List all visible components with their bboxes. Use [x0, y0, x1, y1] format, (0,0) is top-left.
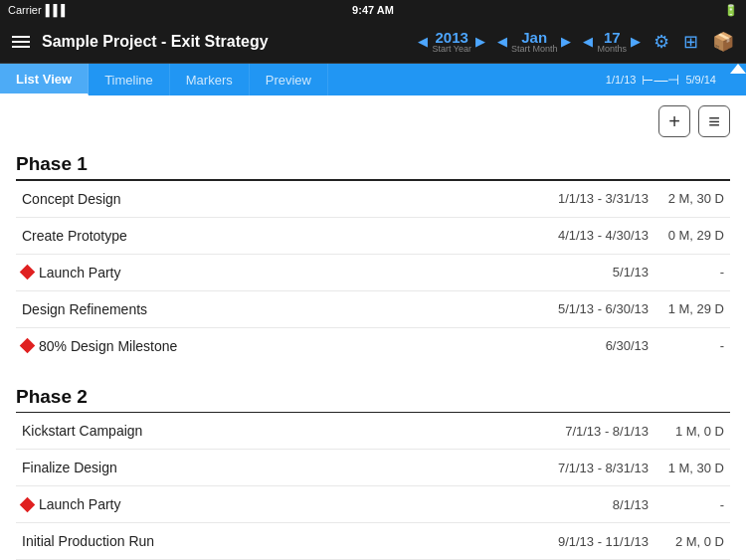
table-row[interactable]: Design Refinements 5/1/13 - 6/30/13 1 M,… — [16, 291, 730, 328]
range-icon: ⊢—⊣ — [642, 72, 679, 88]
task-name: Kickstart Campaign — [22, 423, 509, 439]
months-prev[interactable]: ◀ — [580, 32, 596, 51]
task-name: 80% Design Milestone — [22, 338, 509, 354]
start-month-label: Jan Start Month — [511, 30, 558, 54]
add-button[interactable]: + — [658, 105, 690, 137]
task-dates: 5/1/13 - 6/30/13 — [509, 301, 649, 316]
table-row[interactable]: Kickstart Campaign 7/1/13 - 8/1/13 1 M, … — [16, 413, 730, 450]
tab-list-view[interactable]: List View — [0, 64, 89, 95]
task-name: Design Refinements — [22, 301, 509, 317]
tab-preview[interactable]: Preview — [250, 64, 328, 95]
table-row[interactable]: Launch Party 5/1/13 - — [16, 255, 730, 291]
task-dates: 1/1/13 - 3/31/13 — [509, 191, 649, 206]
table-row[interactable]: Finalize Design 7/1/13 - 8/31/13 1 M, 30… — [16, 450, 730, 486]
task-name: Finalize Design — [22, 460, 509, 475]
milestone-diamond-icon — [20, 265, 36, 280]
start-year-group: ◀ 2013 Start Year ▶ — [415, 30, 488, 54]
task-duration: 1 M, 30 D — [664, 461, 724, 475]
start-year-next[interactable]: ▶ — [472, 32, 488, 51]
task-dates: 6/30/13 — [509, 338, 649, 353]
task-duration: - — [664, 338, 724, 353]
task-duration: - — [664, 497, 724, 512]
start-month-prev[interactable]: ◀ — [494, 32, 510, 51]
tab-timeline[interactable]: Timeline — [89, 64, 170, 95]
settings-icon[interactable]: ⚙ — [650, 29, 673, 55]
milestone-diamond-icon — [20, 338, 36, 354]
table-row[interactable]: Create Prototype 4/1/13 - 4/30/13 0 M, 2… — [16, 218, 730, 255]
task-dates: 4/1/13 - 4/30/13 — [509, 228, 649, 243]
list-button[interactable]: ≡ — [698, 105, 730, 137]
battery-icon: 🔋 — [724, 4, 738, 17]
dropbox-icon[interactable]: 📦 — [708, 29, 738, 55]
table-row[interactable]: Concept Design 1/1/13 - 3/31/13 2 M, 30 … — [16, 181, 730, 218]
task-dates: 9/1/13 - 11/1/13 — [509, 534, 649, 549]
task-name: Initial Production Run — [22, 533, 509, 549]
months-group: ◀ 17 Months ▶ — [580, 30, 644, 54]
task-name: Create Prototype — [22, 228, 509, 244]
hamburger-menu[interactable] — [8, 32, 34, 52]
tab-markers[interactable]: Markers — [170, 64, 250, 95]
task-dates: 7/1/13 - 8/1/13 — [509, 424, 649, 439]
task-duration: 0 M, 29 D — [664, 228, 724, 243]
start-year-prev[interactable]: ◀ — [415, 32, 431, 51]
nav-controls: ◀ 2013 Start Year ▶ ◀ Jan Start Month ▶ … — [415, 29, 738, 55]
start-year-label: 2013 Start Year — [432, 30, 471, 54]
task-duration: 2 M, 30 D — [664, 191, 724, 206]
range-start: 1/1/13 — [606, 74, 637, 86]
task-dates: 8/1/13 — [509, 497, 649, 512]
table-row[interactable]: 80% Design Milestone 6/30/13 - — [16, 328, 730, 364]
task-name: Launch Party — [22, 496, 509, 512]
nav-bar: Sample Project - Exit Strategy ◀ 2013 St… — [0, 20, 746, 64]
nav-title: Sample Project - Exit Strategy — [42, 33, 407, 51]
phase-1-title: Phase 1 — [16, 143, 730, 179]
collapse-icon[interactable] — [730, 64, 746, 74]
tab-spacer — [328, 64, 596, 95]
status-bar: Carrier ▌▌▌ 9:47 AM 🔋 — [0, 0, 746, 20]
months-label: 17 Months — [597, 30, 627, 54]
table-row[interactable]: Initial Production Run 9/1/13 - 11/1/13 … — [16, 523, 730, 560]
start-month-next[interactable]: ▶ — [558, 32, 574, 51]
task-duration: 1 M, 29 D — [664, 301, 724, 316]
status-right: 🔋 — [724, 4, 738, 17]
phase-1-section: Phase 1 Concept Design 1/1/13 - 3/31/13 … — [16, 143, 730, 364]
carrier-label: Carrier — [8, 4, 42, 16]
tab-bar: List View Timeline Markers Preview 1/1/1… — [0, 64, 746, 95]
milestone-diamond-icon — [20, 496, 36, 512]
task-duration: 2 M, 0 D — [664, 534, 724, 549]
status-left: Carrier ▌▌▌ — [8, 4, 69, 16]
task-name: Launch Party — [22, 265, 509, 280]
status-time: 9:47 AM — [352, 4, 394, 16]
signal-icon: ▌▌▌ — [46, 4, 69, 16]
task-dates: 5/1/13 — [509, 265, 649, 280]
task-duration: - — [664, 265, 724, 280]
task-duration: 1 M, 0 D — [664, 424, 724, 439]
phase-2-title: Phase 2 — [16, 376, 730, 412]
task-name: Concept Design — [22, 191, 509, 207]
months-next[interactable]: ▶ — [628, 32, 644, 51]
action-buttons: + ≡ — [16, 95, 730, 143]
phase-2-section: Phase 2 Kickstart Campaign 7/1/13 - 8/1/… — [16, 376, 730, 561]
tab-date-range: 1/1/13 ⊢—⊣ 5/9/14 — [596, 64, 726, 95]
grid-icon[interactable]: ⊞ — [679, 29, 702, 55]
task-dates: 7/1/13 - 8/31/13 — [509, 461, 649, 475]
range-end: 5/9/14 — [685, 74, 716, 86]
main-content: + ≡ Phase 1 Concept Design 1/1/13 - 3/31… — [0, 95, 746, 560]
table-row[interactable]: Launch Party 8/1/13 - — [16, 486, 730, 523]
start-month-group: ◀ Jan Start Month ▶ — [494, 30, 575, 54]
